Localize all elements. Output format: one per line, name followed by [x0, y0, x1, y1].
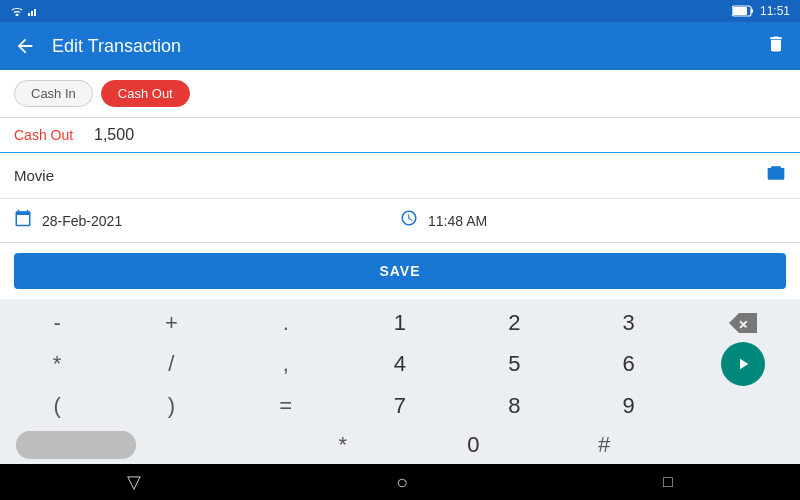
- key-1[interactable]: 1: [343, 303, 457, 342]
- key-0[interactable]: 0: [408, 425, 539, 464]
- key-empty-2: [669, 425, 800, 464]
- key-4[interactable]: 4: [343, 342, 457, 386]
- keyboard-row-4: * 0 #: [0, 425, 800, 464]
- category-row: [0, 153, 800, 199]
- nav-bar: ▽ ○ □: [0, 464, 800, 500]
- delete-button[interactable]: [766, 34, 786, 59]
- key-7[interactable]: 7: [343, 386, 457, 425]
- toggle-row: Cash In Cash Out: [0, 70, 800, 117]
- back-button[interactable]: [14, 35, 36, 57]
- nav-home-icon[interactable]: ○: [396, 471, 408, 494]
- svg-point-0: [16, 14, 19, 17]
- keyboard-row-2: * / , 4 5 6: [0, 342, 800, 386]
- svg-rect-3: [34, 9, 36, 16]
- key-asterisk-2[interactable]: *: [277, 425, 408, 464]
- key-8[interactable]: 8: [457, 386, 571, 425]
- keyboard-row-3: ( ) = 7 8 9: [0, 386, 800, 425]
- app-bar: Edit Transaction: [0, 22, 800, 70]
- key-equals[interactable]: =: [229, 386, 343, 425]
- time-value: 11:48 AM: [428, 213, 487, 229]
- key-backspace[interactable]: [686, 303, 800, 342]
- date-section[interactable]: 28-Feb-2021: [14, 209, 400, 232]
- save-row: SAVE: [0, 243, 800, 299]
- time-display: 11:51: [760, 4, 790, 18]
- amount-input[interactable]: [94, 126, 786, 144]
- cash-in-button[interactable]: Cash In: [14, 80, 93, 107]
- status-bar: 11:51: [0, 0, 800, 22]
- camera-icon[interactable]: [766, 163, 786, 188]
- nav-recent-icon[interactable]: □: [663, 473, 673, 491]
- clock-icon: [400, 209, 418, 232]
- datetime-row: 28-Feb-2021 11:48 AM: [0, 199, 800, 243]
- key-5[interactable]: 5: [457, 342, 571, 386]
- key-3[interactable]: 3: [571, 303, 685, 342]
- amount-row: Cash Out: [0, 117, 800, 153]
- key-empty-1: [686, 386, 800, 425]
- go-key-wrap: [686, 342, 800, 386]
- key-dot[interactable]: .: [229, 303, 343, 342]
- key-plus[interactable]: +: [114, 303, 228, 342]
- go-button[interactable]: [721, 342, 765, 386]
- key-minus[interactable]: -: [0, 303, 114, 342]
- battery-icon: [732, 5, 754, 17]
- nav-back-icon[interactable]: ▽: [127, 471, 141, 493]
- key-asterisk[interactable]: *: [0, 342, 114, 386]
- status-icons-left: [10, 6, 38, 16]
- calendar-icon: [14, 209, 32, 232]
- keyboard-slider[interactable]: [0, 425, 277, 464]
- signal-icon: [28, 6, 38, 16]
- key-6[interactable]: 6: [571, 342, 685, 386]
- key-open-paren[interactable]: (: [0, 386, 114, 425]
- amount-label: Cash Out: [14, 127, 94, 143]
- wifi-icon: [10, 6, 24, 16]
- svg-rect-5: [733, 7, 747, 15]
- svg-rect-1: [28, 13, 30, 16]
- slider-thumb[interactable]: [16, 431, 136, 459]
- main-content: Cash In Cash Out Cash Out 28-Feb-2021 11…: [0, 70, 800, 299]
- svg-rect-2: [31, 11, 33, 16]
- time-section[interactable]: 11:48 AM: [400, 209, 786, 232]
- key-hash[interactable]: #: [539, 425, 670, 464]
- key-2[interactable]: 2: [457, 303, 571, 342]
- keyboard-row-1: - + . 1 2 3: [0, 303, 800, 342]
- key-slash[interactable]: /: [114, 342, 228, 386]
- category-input[interactable]: [14, 167, 766, 184]
- status-right: 11:51: [732, 4, 790, 18]
- svg-rect-6: [751, 9, 753, 13]
- save-button[interactable]: SAVE: [14, 253, 786, 289]
- key-comma[interactable]: ,: [229, 342, 343, 386]
- key-9[interactable]: 9: [571, 386, 685, 425]
- cash-out-button[interactable]: Cash Out: [101, 80, 190, 107]
- keyboard: - + . 1 2 3 * / , 4 5 6 ( ) = 7 8 9: [0, 299, 800, 464]
- date-value: 28-Feb-2021: [42, 213, 122, 229]
- key-close-paren[interactable]: ): [114, 386, 228, 425]
- page-title: Edit Transaction: [52, 36, 750, 57]
